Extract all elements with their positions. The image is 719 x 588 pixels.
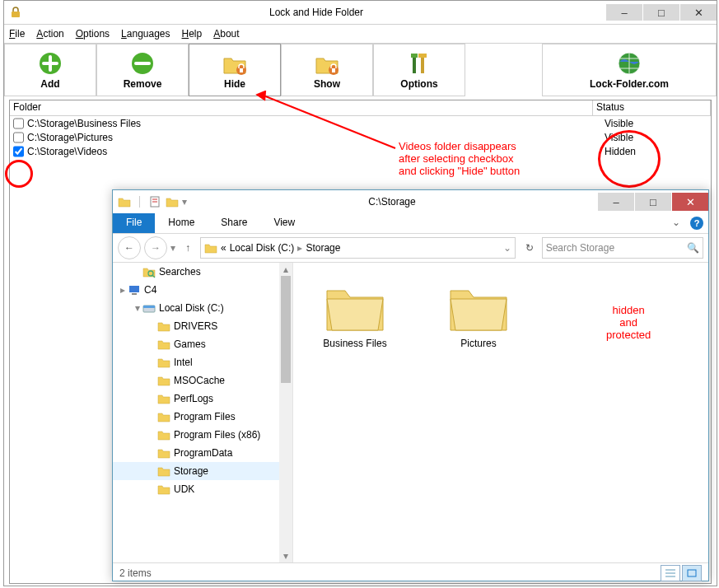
row-status: Visible — [600, 132, 719, 143]
tree-item[interactable]: Program Files — [113, 408, 292, 426]
toolbar-label: Lock-Folder.com — [590, 78, 669, 90]
scrollbar[interactable]: ▴ ▾ — [279, 263, 292, 562]
explorer-window: ▾ C:\Storage File Home Share View ⌄ ? ← … — [112, 189, 709, 581]
folder-icon — [118, 195, 131, 208]
menu-options[interactable]: Options — [76, 28, 110, 40]
search-icon: 🔍 — [687, 242, 699, 254]
ribbon-expand-icon[interactable]: ⌄ — [667, 213, 685, 233]
content-folder[interactable]: Pictures — [433, 279, 524, 349]
explorer-maximize-button[interactable] — [635, 193, 671, 211]
content-folder-label: Pictures — [433, 338, 524, 349]
hide-button[interactable]: Hide — [189, 44, 281, 96]
nav-forward-button[interactable]: → — [144, 236, 167, 259]
svg-rect-4 — [240, 68, 243, 72]
tree-label: PerfLogs — [174, 393, 213, 404]
options-icon — [406, 50, 432, 77]
menu-action[interactable]: Action — [36, 28, 63, 40]
content-folder[interactable]: Business Files — [310, 279, 400, 349]
window-title: Lock and Hide Folder — [27, 7, 605, 18]
refresh-button[interactable]: ↻ — [521, 239, 539, 257]
options-button[interactable]: Options — [373, 44, 465, 96]
row-status: Visible — [600, 118, 719, 129]
address-bar[interactable]: « Local Disk (C:) ▸ Storage ⌄ — [200, 237, 516, 259]
svg-rect-19 — [132, 293, 137, 295]
breadcrumb-part[interactable]: Local Disk (C:) — [230, 242, 295, 254]
tree-item[interactable]: UDK — [113, 480, 292, 498]
row-checkbox[interactable] — [13, 118, 24, 129]
new-folder-icon[interactable] — [166, 195, 179, 208]
tree-item[interactable]: Searches — [113, 263, 292, 281]
folder-large-icon — [446, 279, 511, 335]
tree-label: Program Files — [174, 411, 236, 422]
svg-rect-18 — [129, 286, 139, 292]
tree-item[interactable]: Program Files (x86) — [113, 426, 292, 444]
tree-item[interactable]: MSOCache — [113, 371, 292, 390]
ribbon-tab-home[interactable]: Home — [155, 213, 208, 233]
nav-tree[interactable]: ▴ ▾ Searches▸C4▾Local Disk (C:)DRIVERSGa… — [113, 263, 293, 562]
row-checkbox[interactable] — [13, 146, 24, 157]
menu-languages[interactable]: Languages — [121, 28, 170, 40]
address-chevron-icon[interactable]: ⌄ — [503, 242, 511, 254]
tree-item[interactable]: Intel — [113, 353, 292, 371]
view-details-button[interactable] — [661, 565, 680, 581]
toolbar-label: Remove — [124, 78, 162, 90]
view-icons-button[interactable] — [682, 565, 702, 581]
qat-sep-icon — [134, 196, 146, 208]
folder-row[interactable]: C:\Storage\PicturesVisible — [10, 130, 711, 144]
col-status[interactable]: Status — [593, 100, 711, 115]
row-path: C:\Storage\Pictures — [27, 132, 600, 143]
properties-icon[interactable] — [149, 195, 162, 208]
breadcrumb-part[interactable]: Storage — [306, 242, 340, 254]
tree-item[interactable]: ▾Local Disk (C:) — [113, 299, 292, 317]
show-icon — [314, 50, 340, 77]
nav-up-button[interactable]: ↑ — [179, 239, 197, 257]
toolbar-label: Hide — [224, 78, 245, 90]
add-button[interactable]: Add — [4, 44, 96, 96]
help-icon[interactable]: ? — [690, 217, 703, 230]
minimize-button[interactable] — [606, 4, 642, 21]
explorer-title: C:\Storage — [187, 196, 597, 208]
site-button[interactable]: Lock-Folder.com — [542, 44, 717, 96]
statusbar: 2 items — [113, 562, 708, 583]
explorer-minimize-button[interactable] — [598, 193, 634, 211]
folder-row[interactable]: C:\Storage\VideosHidden — [10, 144, 711, 158]
ribbon-tab-view[interactable]: View — [260, 213, 308, 233]
hide-icon — [222, 50, 248, 77]
nav-history-chevron-icon[interactable]: ▾ — [170, 242, 175, 254]
col-folder[interactable]: Folder — [10, 100, 593, 115]
remove-icon — [129, 50, 156, 77]
tree-item[interactable]: PerfLogs — [113, 390, 292, 408]
titlebar: Lock and Hide Folder — [4, 1, 717, 25]
menu-help[interactable]: Help — [182, 28, 203, 40]
ribbon-tab-share[interactable]: Share — [208, 213, 260, 233]
ribbon-file-tab[interactable]: File — [113, 213, 155, 233]
svg-rect-21 — [143, 306, 155, 308]
menu-about[interactable]: About — [213, 28, 239, 40]
svg-rect-22 — [688, 570, 696, 576]
tree-item[interactable]: Games — [113, 335, 292, 353]
search-input[interactable]: Search Storage 🔍 — [542, 237, 703, 259]
tree-item[interactable]: ProgramData — [113, 444, 292, 462]
tree-label: UDK — [174, 483, 194, 495]
show-button[interactable]: Show — [281, 44, 373, 96]
tree-item[interactable]: ▸C4 — [113, 281, 292, 299]
close-button[interactable] — [680, 4, 717, 21]
tree-twisty-icon[interactable]: ▾ — [133, 302, 142, 314]
toolbar: AddRemoveHideShowOptionsLock-Folder.com — [4, 43, 717, 96]
maximize-button[interactable] — [643, 4, 679, 21]
tree-item[interactable]: DRIVERS — [113, 317, 292, 335]
explorer-close-button[interactable] — [672, 193, 708, 211]
address-bar-row: ← → ▾ ↑ « Local Disk (C:) ▸ Storage ⌄ ↻ … — [113, 234, 708, 263]
folder-content[interactable]: hidden and protected Business FilesPictu… — [293, 263, 708, 562]
row-checkbox[interactable] — [13, 132, 24, 143]
breadcrumb-sep-icon: ▸ — [297, 242, 302, 254]
menu-file[interactable]: File — [9, 28, 25, 40]
tree-twisty-icon[interactable]: ▸ — [118, 284, 128, 296]
svg-rect-7 — [413, 55, 416, 73]
nav-back-button[interactable]: ← — [118, 236, 141, 259]
tree-item[interactable]: Storage — [113, 462, 292, 480]
folder-row[interactable]: C:\Storage\Business FilesVisible — [10, 116, 711, 130]
toolbar-label: Options — [400, 78, 437, 90]
svg-rect-15 — [139, 196, 140, 208]
remove-button[interactable]: Remove — [96, 44, 189, 96]
